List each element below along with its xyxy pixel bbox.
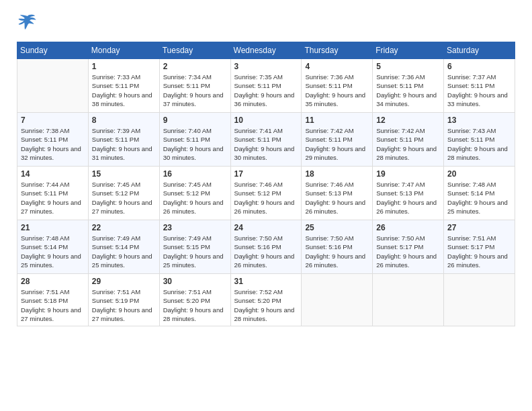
day-info: Sunrise: 7:40 AMSunset: 5:11 PMDaylight:…	[163, 126, 227, 162]
calendar-cell: 3Sunrise: 7:35 AMSunset: 5:11 PMDaylight…	[230, 59, 302, 113]
day-info: Sunrise: 7:46 AMSunset: 5:13 PMDaylight:…	[305, 180, 369, 216]
day-info: Sunrise: 7:44 AMSunset: 5:11 PMDaylight:…	[21, 180, 85, 216]
day-info: Sunrise: 7:52 AMSunset: 5:20 PMDaylight:…	[234, 287, 298, 323]
calendar-cell: 16Sunrise: 7:45 AMSunset: 5:12 PMDayligh…	[159, 167, 230, 220]
calendar-table: Sunday Monday Tuesday Wednesday Thursday…	[17, 42, 515, 326]
day-info: Sunrise: 7:37 AMSunset: 5:11 PMDaylight:…	[447, 73, 511, 108]
calendar-cell: 17Sunrise: 7:46 AMSunset: 5:12 PMDayligh…	[230, 167, 302, 220]
day-number: 16	[163, 169, 227, 179]
day-info: Sunrise: 7:43 AMSunset: 5:11 PMDaylight:…	[447, 126, 511, 162]
calendar-cell: 25Sunrise: 7:50 AMSunset: 5:16 PMDayligh…	[302, 220, 373, 274]
day-number: 9	[163, 116, 227, 125]
day-number: 14	[21, 169, 85, 179]
col-wednesday: Wednesday	[230, 42, 302, 59]
calendar-cell: 23Sunrise: 7:49 AMSunset: 5:15 PMDayligh…	[159, 220, 230, 274]
day-number: 21	[21, 223, 85, 232]
day-number: 18	[305, 169, 369, 179]
calendar-cell: 27Sunrise: 7:51 AMSunset: 5:17 PMDayligh…	[444, 220, 515, 274]
day-info: Sunrise: 7:51 AMSunset: 5:19 PMDaylight:…	[92, 287, 156, 323]
calendar-cell: 15Sunrise: 7:45 AMSunset: 5:12 PMDayligh…	[88, 167, 159, 220]
calendar-cell: 13Sunrise: 7:43 AMSunset: 5:11 PMDayligh…	[444, 113, 515, 167]
day-info: Sunrise: 7:48 AMSunset: 5:14 PMDaylight:…	[447, 180, 511, 216]
day-info: Sunrise: 7:49 AMSunset: 5:15 PMDaylight:…	[163, 234, 227, 269]
day-number: 13	[447, 116, 511, 125]
header-row: Sunday Monday Tuesday Wednesday Thursday…	[17, 42, 515, 59]
calendar-cell: 12Sunrise: 7:42 AMSunset: 5:11 PMDayligh…	[373, 113, 444, 167]
day-number: 19	[376, 169, 440, 179]
day-number: 31	[234, 277, 298, 286]
calendar-cell: 26Sunrise: 7:50 AMSunset: 5:17 PMDayligh…	[373, 220, 444, 274]
day-number: 25	[305, 223, 369, 232]
day-number: 22	[92, 223, 156, 232]
day-info: Sunrise: 7:42 AMSunset: 5:11 PMDaylight:…	[305, 126, 369, 162]
day-number: 29	[92, 277, 156, 286]
calendar-cell: 28Sunrise: 7:51 AMSunset: 5:18 PMDayligh…	[17, 274, 89, 326]
day-info: Sunrise: 7:34 AMSunset: 5:11 PMDaylight:…	[163, 73, 227, 108]
logo-bird-icon	[17, 13, 38, 32]
day-info: Sunrise: 7:33 AMSunset: 5:11 PMDaylight:…	[92, 73, 156, 108]
day-number: 7	[21, 116, 85, 125]
calendar-cell	[17, 59, 89, 113]
day-info: Sunrise: 7:36 AMSunset: 5:11 PMDaylight:…	[305, 73, 369, 108]
col-sunday: Sunday	[17, 42, 89, 59]
day-number: 27	[447, 223, 511, 232]
calendar-cell: 31Sunrise: 7:52 AMSunset: 5:20 PMDayligh…	[230, 274, 302, 326]
header	[17, 13, 515, 32]
day-number: 30	[163, 277, 227, 286]
calendar-cell: 4Sunrise: 7:36 AMSunset: 5:11 PMDaylight…	[302, 59, 373, 113]
calendar-cell: 9Sunrise: 7:40 AMSunset: 5:11 PMDaylight…	[159, 113, 230, 167]
calendar-cell: 30Sunrise: 7:51 AMSunset: 5:20 PMDayligh…	[159, 274, 230, 326]
day-number: 28	[21, 277, 85, 286]
day-info: Sunrise: 7:51 AMSunset: 5:20 PMDaylight:…	[163, 287, 227, 323]
calendar-cell: 21Sunrise: 7:48 AMSunset: 5:14 PMDayligh…	[17, 220, 89, 274]
day-number: 5	[376, 62, 440, 71]
day-number: 24	[234, 223, 298, 232]
day-info: Sunrise: 7:51 AMSunset: 5:18 PMDaylight:…	[21, 287, 85, 323]
day-info: Sunrise: 7:46 AMSunset: 5:12 PMDaylight:…	[234, 180, 298, 216]
col-thursday: Thursday	[302, 42, 373, 59]
day-number: 10	[234, 116, 298, 125]
day-info: Sunrise: 7:49 AMSunset: 5:14 PMDaylight:…	[92, 234, 156, 269]
day-number: 23	[163, 223, 227, 232]
calendar-cell: 24Sunrise: 7:50 AMSunset: 5:16 PMDayligh…	[230, 220, 302, 274]
day-number: 8	[92, 116, 156, 125]
day-number: 3	[234, 62, 298, 71]
calendar-cell: 29Sunrise: 7:51 AMSunset: 5:19 PMDayligh…	[88, 274, 159, 326]
calendar-cell: 20Sunrise: 7:48 AMSunset: 5:14 PMDayligh…	[444, 167, 515, 220]
day-number: 11	[305, 116, 369, 125]
day-info: Sunrise: 7:50 AMSunset: 5:17 PMDaylight:…	[376, 234, 440, 269]
calendar-cell	[302, 274, 373, 326]
col-tuesday: Tuesday	[159, 42, 230, 59]
calendar-cell: 14Sunrise: 7:44 AMSunset: 5:11 PMDayligh…	[17, 167, 89, 220]
day-info: Sunrise: 7:35 AMSunset: 5:11 PMDaylight:…	[234, 73, 298, 108]
day-info: Sunrise: 7:42 AMSunset: 5:11 PMDaylight:…	[376, 126, 440, 162]
day-info: Sunrise: 7:50 AMSunset: 5:16 PMDaylight:…	[234, 234, 298, 269]
calendar-cell: 1Sunrise: 7:33 AMSunset: 5:11 PMDaylight…	[88, 59, 159, 113]
day-info: Sunrise: 7:47 AMSunset: 5:13 PMDaylight:…	[376, 180, 440, 216]
day-info: Sunrise: 7:36 AMSunset: 5:11 PMDaylight:…	[376, 73, 440, 108]
calendar-cell	[444, 274, 515, 326]
calendar-cell: 11Sunrise: 7:42 AMSunset: 5:11 PMDayligh…	[302, 113, 373, 167]
day-info: Sunrise: 7:45 AMSunset: 5:12 PMDaylight:…	[92, 180, 156, 216]
day-info: Sunrise: 7:45 AMSunset: 5:12 PMDaylight:…	[163, 180, 227, 216]
day-number: 1	[92, 62, 156, 71]
col-saturday: Saturday	[444, 42, 515, 59]
calendar-cell: 2Sunrise: 7:34 AMSunset: 5:11 PMDaylight…	[159, 59, 230, 113]
day-number: 20	[447, 169, 511, 179]
day-info: Sunrise: 7:38 AMSunset: 5:11 PMDaylight:…	[21, 126, 85, 162]
page: Sunday Monday Tuesday Wednesday Thursday…	[0, 0, 532, 411]
day-number: 17	[234, 169, 298, 179]
calendar-cell: 8Sunrise: 7:39 AMSunset: 5:11 PMDaylight…	[88, 113, 159, 167]
col-monday: Monday	[88, 42, 159, 59]
calendar-cell: 22Sunrise: 7:49 AMSunset: 5:14 PMDayligh…	[88, 220, 159, 274]
day-info: Sunrise: 7:39 AMSunset: 5:11 PMDaylight:…	[92, 126, 156, 162]
logo	[17, 13, 42, 32]
col-friday: Friday	[373, 42, 444, 59]
calendar-cell	[373, 274, 444, 326]
calendar-cell: 7Sunrise: 7:38 AMSunset: 5:11 PMDaylight…	[17, 113, 89, 167]
calendar-cell: 6Sunrise: 7:37 AMSunset: 5:11 PMDaylight…	[444, 59, 515, 113]
day-number: 6	[447, 62, 511, 71]
day-info: Sunrise: 7:41 AMSunset: 5:11 PMDaylight:…	[234, 126, 298, 162]
calendar-cell: 5Sunrise: 7:36 AMSunset: 5:11 PMDaylight…	[373, 59, 444, 113]
day-number: 4	[305, 62, 369, 71]
